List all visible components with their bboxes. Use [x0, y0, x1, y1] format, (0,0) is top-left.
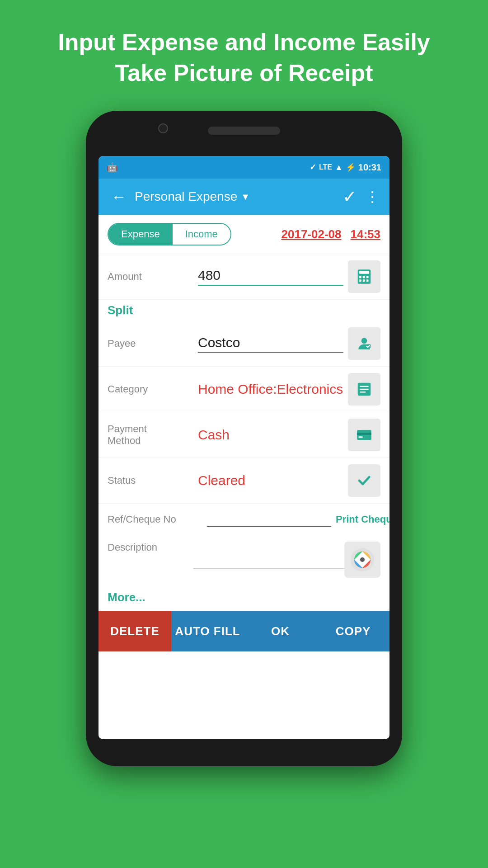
ref-row: Ref/Cheque No Print Cheque	[99, 504, 389, 535]
status-value-area: Cleared	[193, 473, 348, 488]
toolbar-title-area: Personal Expense ▼	[135, 189, 338, 204]
category-picker-button[interactable]	[348, 373, 380, 406]
svg-rect-2	[359, 276, 361, 278]
print-cheque-link[interactable]: Print Cheque	[336, 514, 389, 525]
status-time: 10:31	[358, 162, 381, 173]
status-label: Status	[108, 475, 193, 486]
payment-method-row: Payment Method Cash	[99, 412, 389, 458]
payment-method-picker-button[interactable]	[348, 419, 380, 451]
description-row: Description	[99, 535, 389, 584]
camera-iris-icon	[350, 547, 375, 572]
payment-icon	[356, 426, 373, 443]
expense-income-tabs: Expense Income	[108, 223, 231, 245]
autofill-button[interactable]: AUTO FILL	[171, 611, 244, 651]
form-content: Expense Income 2017-02-08 14:53 Amount	[99, 215, 389, 739]
delete-button[interactable]: DELETE	[99, 611, 171, 651]
app-toolbar: ← Personal Expense ▼ ✓ ⋮	[99, 179, 389, 215]
signal-icon: ▲	[335, 163, 343, 172]
date-time-area: 2017-02-08 14:53	[282, 227, 381, 241]
tabs-date-row: Expense Income 2017-02-08 14:53	[99, 215, 389, 254]
camera-button[interactable]	[344, 542, 380, 578]
description-label: Description	[108, 542, 193, 553]
promo-text: Input Expense and Income Easily Take Pic…	[22, 0, 466, 111]
svg-rect-3	[363, 276, 365, 278]
bluetooth-icon: ✓	[310, 162, 316, 172]
payee-icon	[356, 335, 373, 352]
more-row: More...	[99, 584, 389, 611]
payee-label: Payee	[108, 338, 193, 349]
ref-input[interactable]	[207, 513, 331, 527]
calculator-button[interactable]	[348, 260, 380, 293]
back-button[interactable]: ←	[108, 184, 130, 209]
svg-rect-6	[363, 280, 365, 282]
svg-rect-1	[359, 271, 369, 274]
svg-point-21	[360, 557, 365, 562]
payment-method-label: Payment Method	[108, 423, 193, 447]
phone-mockup: 🤖 ✓ LTE ▲ ⚡ 10:31 ← Personal Expense ▼ ✓…	[86, 111, 402, 766]
category-row: Category Home Office:Electronics	[99, 367, 389, 412]
split-row: Split	[99, 300, 389, 321]
date-picker[interactable]: 2017-02-08	[282, 227, 342, 241]
payment-method-value-area: Cash	[193, 427, 348, 443]
lte-indicator: LTE	[319, 163, 332, 171]
amount-input-area	[193, 268, 348, 286]
calculator-icon	[356, 268, 373, 285]
split-link[interactable]: Split	[108, 303, 133, 317]
confirm-button[interactable]: ✓	[343, 187, 357, 207]
category-value: Home Office:Electronics	[198, 382, 343, 396]
dropdown-arrow-icon[interactable]: ▼	[241, 192, 250, 202]
category-label: Category	[108, 383, 193, 395]
svg-rect-16	[358, 436, 363, 438]
toolbar-actions: ✓ ⋮	[343, 187, 380, 207]
status-bar-right: ✓ LTE ▲ ⚡ 10:31	[310, 162, 381, 173]
payee-search-button[interactable]	[348, 327, 380, 360]
category-icon	[356, 381, 373, 398]
amount-label: Amount	[108, 271, 193, 283]
category-value-area: Home Office:Electronics	[193, 382, 348, 397]
status-check-icon	[356, 472, 373, 489]
svg-point-8	[361, 338, 367, 344]
status-bar-left: 🤖	[107, 162, 118, 173]
time-picker[interactable]: 14:53	[351, 227, 381, 241]
payment-method-value: Cash	[198, 427, 230, 442]
svg-rect-7	[366, 280, 369, 282]
svg-rect-15	[357, 433, 371, 435]
svg-rect-4	[366, 276, 369, 278]
status-row: Status Cleared	[99, 458, 389, 504]
phone-speaker	[208, 127, 280, 135]
income-tab[interactable]: Income	[173, 224, 230, 245]
description-input[interactable]	[193, 542, 344, 569]
ref-label: Ref/Cheque No	[108, 514, 207, 525]
toolbar-title: Personal Expense	[135, 189, 237, 204]
ok-button[interactable]: OK	[244, 611, 317, 651]
svg-rect-5	[359, 280, 361, 282]
more-link[interactable]: More...	[108, 590, 145, 604]
copy-button[interactable]: COPY	[317, 611, 389, 651]
status-value: Cleared	[198, 473, 245, 488]
android-icon: 🤖	[107, 162, 118, 173]
amount-row: Amount	[99, 254, 389, 300]
action-bar: DELETE AUTO FILL OK COPY	[99, 611, 389, 651]
expense-tab[interactable]: Expense	[108, 224, 173, 245]
battery-icon: ⚡	[346, 162, 356, 172]
status-bar: 🤖 ✓ LTE ▲ ⚡ 10:31	[99, 156, 389, 179]
payee-row: Payee	[99, 321, 389, 367]
payee-input-area	[193, 335, 348, 353]
status-picker-button[interactable]	[348, 464, 380, 497]
amount-input[interactable]	[198, 268, 343, 286]
more-options-button[interactable]: ⋮	[365, 188, 380, 205]
payee-input[interactable]	[198, 335, 343, 353]
phone-screen: 🤖 ✓ LTE ▲ ⚡ 10:31 ← Personal Expense ▼ ✓…	[99, 156, 389, 739]
